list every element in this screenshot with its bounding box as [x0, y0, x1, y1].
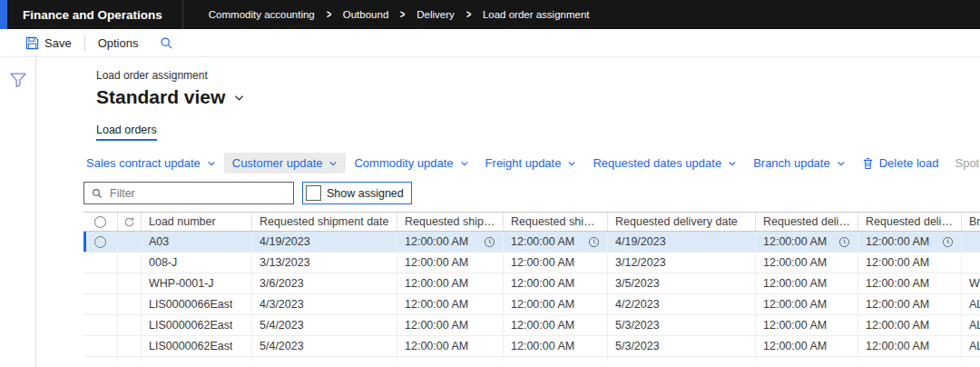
- spot-contract-button[interactable]: Spot contract: [946, 153, 980, 174]
- command-search-button[interactable]: [160, 36, 173, 50]
- filter-input[interactable]: [108, 186, 286, 201]
- table-row[interactable]: LIS0000062East5/4/202312:00:00 AM12:00:0…: [83, 315, 980, 336]
- cell-req_delivery_end: 12:00:00 AM: [858, 357, 962, 362]
- view-title[interactable]: Standard view: [96, 86, 980, 108]
- cell-value: ALX: [969, 319, 980, 332]
- filter-funnel-icon[interactable]: [9, 72, 27, 367]
- chevron-down-icon: [233, 92, 245, 104]
- column-header-label: Requested delivery date: [615, 215, 738, 228]
- table-row[interactable]: WHP-0001-J3/6/202312:00:00 AM12:00:00 AM…: [83, 273, 980, 294]
- cell-value: 12:00:00 AM: [763, 256, 827, 269]
- column-header-req_delivery_end[interactable]: Requested delivery end ti...: [858, 213, 962, 231]
- table-row[interactable]: 008-J3/13/202312:00:00 AM12:00:00 AM3/12…: [83, 253, 980, 273]
- cell-req_delivery_end: 12:00:00 AM: [858, 232, 962, 252]
- action-menu-freight-update[interactable]: Freight update: [477, 153, 585, 174]
- cell-req_delivery_date: 3/31/2023: [608, 357, 756, 362]
- cell-value: 4/19/2023: [260, 235, 310, 248]
- delete-load-button[interactable]: Delete load: [854, 153, 947, 174]
- table-row[interactable]: A034/19/202312:00:00 AM12:00:00 AM4/19/2…: [83, 232, 980, 253]
- action-menu-label: Sales contract update: [86, 156, 201, 170]
- breadcrumb-separator: >: [400, 8, 405, 21]
- row-refresh-cell: [118, 232, 142, 252]
- cell-req_shipment_end: 12:00:00 AM: [504, 294, 608, 314]
- column-header-req_delivery_start[interactable]: Requested delivery start t...: [756, 213, 858, 231]
- clock-icon: [838, 236, 850, 248]
- breadcrumb-item[interactable]: Delivery: [416, 9, 455, 20]
- action-menu-customer-update[interactable]: Customer update: [224, 153, 347, 174]
- cell-req_delivery_start: 12:00:00 AM: [756, 232, 858, 252]
- cell-load_number: LIS0000062East: [142, 315, 252, 335]
- show-assigned-checkbox[interactable]: Show assigned: [302, 182, 412, 204]
- row-select-cell[interactable]: [83, 232, 118, 252]
- action-menu-sales-contract-update[interactable]: Sales contract update: [78, 153, 224, 174]
- command-bar: Save Options: [0, 29, 980, 57]
- refresh-header-cell[interactable]: [118, 213, 142, 231]
- column-header-req_shipment_end[interactable]: Requested shipment end ...: [504, 213, 608, 231]
- cell-req_delivery_date: 3/5/2023: [608, 273, 756, 293]
- cell-value: 12:00:00 AM: [405, 319, 468, 332]
- cell-branch: [962, 232, 980, 252]
- cell-req_shipment_start: 12:00:00 AM: [397, 273, 504, 293]
- cell-req_delivery_date: 5/3/2023: [608, 315, 756, 335]
- table-row[interactable]: LIS0000062East5/4/202312:00:00 AM12:00:0…: [83, 336, 980, 357]
- action-menu-commodity-update[interactable]: Commodity update: [346, 153, 476, 174]
- tab-strip: Load orders: [96, 121, 980, 141]
- column-header-req_shipment_start[interactable]: Requested shipment start...: [397, 213, 504, 231]
- options-button[interactable]: Options: [89, 29, 148, 56]
- cell-value: 12:00:00 AM: [763, 340, 827, 352]
- cell-value: 12:00:00 AM: [866, 361, 929, 362]
- select-all-cell[interactable]: [83, 213, 118, 231]
- clock-icon: [588, 236, 600, 248]
- table-row[interactable]: LIS0000055East4/1/202312:00:00 AM12:00:0…: [83, 357, 980, 362]
- row-select-cell[interactable]: [83, 336, 118, 356]
- cell-value: 12:00:00 AM: [763, 298, 827, 311]
- cell-value: 5/4/2023: [260, 319, 304, 332]
- command-bar-divider: [84, 35, 85, 51]
- cell-value: 12:00:00 AM: [405, 277, 468, 290]
- cell-req_shipment_date: 4/19/2023: [252, 232, 397, 252]
- column-header-branch[interactable]: Branch: [962, 213, 980, 231]
- cell-value: 12:00:00 AM: [511, 298, 574, 311]
- row-select-radio[interactable]: [94, 236, 106, 248]
- cell-load_number: LIS0000066East: [142, 294, 252, 314]
- cell-value: 12:00:00 AM: [866, 256, 929, 269]
- column-header-req_delivery_date[interactable]: Requested delivery date: [608, 213, 756, 231]
- row-select-cell[interactable]: [83, 253, 118, 273]
- breadcrumb-item[interactable]: Load order assignment: [483, 9, 590, 20]
- cell-load_number: LIS0000055East: [142, 357, 252, 362]
- table-row[interactable]: LIS0000066East4/3/202312:00:00 AM12:00:0…: [83, 294, 980, 315]
- action-menu-branch-update[interactable]: Branch update: [745, 153, 854, 174]
- cell-value: WHP: [969, 277, 980, 290]
- topbar-divider: [182, 0, 183, 29]
- cell-req_delivery_start: 12:00:00 AM: [756, 315, 858, 335]
- cell-value: 12:00:00 AM: [405, 235, 468, 248]
- select-all-radio[interactable]: [94, 216, 106, 228]
- column-header-req_shipment_date[interactable]: Requested shipment date: [252, 213, 397, 231]
- save-button[interactable]: Save: [16, 29, 81, 56]
- cell-load_number: A03: [142, 232, 252, 252]
- row-select-cell[interactable]: [83, 315, 118, 335]
- column-header-load_number[interactable]: Load number: [142, 213, 252, 231]
- cell-value: WHP-0001-J: [149, 277, 214, 290]
- cell-value: LIS0000055East: [149, 361, 232, 362]
- app-title[interactable]: Finance and Operations: [23, 8, 162, 22]
- options-button-label: Options: [98, 36, 139, 50]
- row-select-cell[interactable]: [83, 294, 118, 314]
- cell-req_delivery_date: 3/12/2023: [608, 253, 756, 273]
- cell-load_number: WHP-0001-J: [142, 273, 252, 293]
- refresh-icon: [123, 216, 135, 228]
- breadcrumb-item[interactable]: Outbound: [343, 9, 389, 20]
- cell-value: 12:00:00 AM: [511, 235, 574, 248]
- action-menu-requested-dates-update[interactable]: Requested dates update: [584, 153, 745, 174]
- row-select-cell[interactable]: [83, 273, 118, 293]
- tab-load-orders[interactable]: Load orders: [96, 124, 157, 141]
- breadcrumb-item[interactable]: Commodity accounting: [209, 9, 315, 20]
- cell-value: 12:00:00 AM: [763, 277, 827, 290]
- chevron-down-icon: [207, 159, 216, 168]
- row-select-cell[interactable]: [83, 357, 118, 362]
- cell-value: 5/3/2023: [615, 340, 660, 352]
- cell-req_shipment_start: 12:00:00 AM: [397, 253, 504, 273]
- cell-value: 12:00:00 AM: [763, 361, 827, 362]
- cell-req_delivery_date: 5/3/2023: [608, 336, 756, 356]
- save-icon: [25, 36, 39, 50]
